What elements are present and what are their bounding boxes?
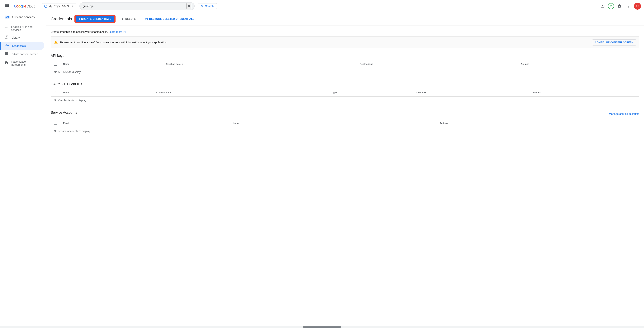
oauth-client-id-header: Client ID <box>413 89 529 97</box>
oauth-empty-message: No OAuth clients to display <box>51 97 640 105</box>
user-avatar[interactable]: O <box>634 3 641 10</box>
nav-right-icons: 2 ⋮ O <box>599 2 641 10</box>
oauth-select-all-checkbox[interactable] <box>54 91 57 94</box>
sidebar-item-label-library: Library <box>12 36 20 39</box>
search-button-label: Search <box>205 5 214 8</box>
horizontal-scrollbar[interactable] <box>0 326 644 328</box>
content-area: Create credentials to access your enable… <box>46 26 644 146</box>
sidebar-item-label-page-usage: Page usage agreements <box>11 60 40 66</box>
sidebar-item-page-usage[interactable]: Page usage agreements <box>0 58 44 68</box>
library-icon <box>4 35 8 40</box>
search-button[interactable]: Search <box>198 3 217 9</box>
oauth-table: Name Creation date ↓ Type Client ID <box>51 89 640 105</box>
restore-label: RESTORE DELETED CREDENTIALS <box>149 18 194 20</box>
more-options-icon[interactable]: ⋮ <box>625 2 632 10</box>
sidebar-item-oauth-consent[interactable]: OAuth consent screen <box>0 50 44 58</box>
hamburger-menu-icon[interactable] <box>3 2 11 10</box>
notification-badge[interactable]: 2 <box>608 3 614 9</box>
project-name: My Project 68422 <box>48 5 70 8</box>
api-keys-restrictions-header: Restrictions <box>357 60 518 68</box>
sa-email-header: Email <box>60 119 230 127</box>
restore-deleted-credentials-button[interactable]: RESTORE DELETED CREDENTIALS <box>142 16 198 22</box>
sa-checkbox-col <box>51 119 60 127</box>
delete-button[interactable]: DELETE <box>118 16 139 22</box>
svg-text:Cloud: Cloud <box>26 5 36 8</box>
search-input[interactable] <box>83 5 186 8</box>
warning-icon <box>54 40 58 45</box>
manage-service-accounts-link[interactable]: Manage service accounts <box>609 112 640 115</box>
api-keys-actions-header: Actions <box>518 60 640 68</box>
api-keys-checkbox-col <box>51 60 60 68</box>
scrollbar-thumb <box>303 326 341 327</box>
help-icon[interactable] <box>616 2 623 10</box>
top-navigation: G o o g l e Cloud My Project 68422 ▼ ✕ S… <box>0 0 644 12</box>
oauth-date-header[interactable]: Creation date ↓ <box>153 89 328 97</box>
sa-sort-icon: ↑ <box>240 122 242 125</box>
sidebar-item-label-enabled-apis: Enabled APIs and services <box>11 25 40 32</box>
sa-empty-message: No service accounts to display <box>51 127 640 135</box>
sa-actions-header: Actions <box>436 119 640 127</box>
sidebar-nav: Enabled APIs and services Library Creden… <box>0 22 46 70</box>
alert-message: Remember to configure the OAuth consent … <box>60 41 167 44</box>
service-accounts-empty-row: No service accounts to display <box>51 127 640 135</box>
sa-select-all-checkbox[interactable] <box>54 122 57 125</box>
oauth-empty-row: No OAuth clients to display <box>51 97 640 105</box>
oauth-name-header[interactable]: Name <box>60 89 153 97</box>
oauth-checkbox-col <box>51 89 60 97</box>
svg-text:e: e <box>24 4 26 8</box>
page-header: Credentials + CREATE CREDENTIALS DELETE … <box>46 12 644 26</box>
api-keys-name-header[interactable]: Name <box>60 60 163 68</box>
google-cloud-logo[interactable]: G o o g l e Cloud <box>14 4 39 9</box>
api-keys-select-all-checkbox[interactable] <box>54 63 57 66</box>
info-text: Create credentials to access your enable… <box>51 30 640 34</box>
oauth-type-header: Type <box>328 89 413 97</box>
oauth-icon <box>4 52 8 56</box>
alert-banner: Remember to configure the OAuth consent … <box>51 37 640 48</box>
api-keys-empty-row: No API keys to display <box>51 68 640 76</box>
enabled-apis-icon <box>4 26 8 31</box>
page-usage-icon <box>4 61 8 66</box>
api-keys-empty-message: No API keys to display <box>51 68 640 76</box>
api-badge: API <box>4 16 10 19</box>
page-title: Credentials <box>51 17 72 22</box>
sidebar: API APIs and services Enabled APIs and s… <box>0 12 46 328</box>
sidebar-item-credentials[interactable]: Credentials <box>0 42 44 50</box>
sidebar-title: APIs and services <box>12 15 34 19</box>
sidebar-item-label-credentials: Credentials <box>12 44 26 48</box>
service-accounts-table: Email Name ↑ Actions <box>51 119 640 135</box>
alert-content: Remember to configure the OAuth consent … <box>54 40 167 45</box>
sidebar-item-library[interactable]: Library <box>0 34 44 42</box>
sa-name-header[interactable]: Name ↑ <box>230 119 436 127</box>
project-chevron-icon: ▼ <box>72 5 74 8</box>
oauth-sort-icon: ↓ <box>172 91 174 94</box>
project-selector[interactable]: My Project 68422 ▼ <box>42 3 76 9</box>
create-credentials-button[interactable]: + CREATE CREDENTIALS <box>75 15 115 23</box>
cloud-shell-icon[interactable] <box>599 2 606 10</box>
sidebar-item-enabled-apis[interactable]: Enabled APIs and services <box>0 24 44 34</box>
sidebar-header: API APIs and services <box>0 12 46 22</box>
oauth-title: OAuth 2.0 Client IDs <box>51 82 640 86</box>
learn-more-link[interactable]: Learn more <box>108 30 126 34</box>
credentials-icon <box>5 44 9 48</box>
service-accounts-title: Service Accounts <box>51 111 77 115</box>
configure-consent-screen-button[interactable]: CONFIGURE CONSENT SCREEN <box>592 39 636 46</box>
main-content: Credentials + CREATE CREDENTIALS DELETE … <box>46 12 644 328</box>
service-accounts-header: Service Accounts Manage service accounts <box>51 111 640 117</box>
api-keys-date-header[interactable]: Creation date ↓ <box>163 60 357 68</box>
api-keys-header-row: Name Creation date ↓ Restrictions Action… <box>51 60 640 68</box>
search-clear-button[interactable]: ✕ <box>186 3 191 9</box>
oauth-section: OAuth 2.0 Client IDs Name Creation date <box>51 82 640 105</box>
oauth-header-row: Name Creation date ↓ Type Client ID <box>51 89 640 97</box>
api-keys-sort-icon: ↓ <box>182 63 183 66</box>
oauth-actions-header: Actions <box>529 89 639 97</box>
service-accounts-header-row: Email Name ↑ Actions <box>51 119 640 127</box>
service-accounts-section: Service Accounts Manage service accounts… <box>51 111 640 135</box>
delete-label: DELETE <box>125 18 136 20</box>
search-bar: ✕ <box>80 2 194 10</box>
sidebar-item-label-oauth: OAuth consent screen <box>12 53 38 56</box>
api-keys-table: Name Creation date ↓ Restrictions Action… <box>51 60 640 76</box>
project-icon <box>44 5 48 8</box>
api-keys-section: API keys Name Creation date <box>51 54 640 76</box>
app-layout: API APIs and services Enabled APIs and s… <box>0 12 644 328</box>
svg-point-7 <box>45 5 47 7</box>
